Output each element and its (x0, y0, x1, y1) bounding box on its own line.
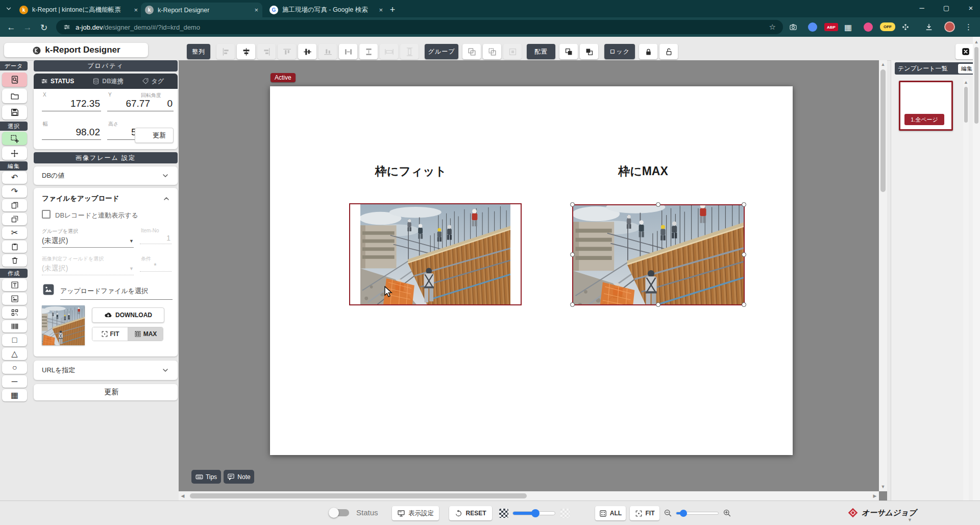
group-select-dropdown[interactable]: (未選択) ▼ (42, 235, 134, 248)
browser-tab-2-active[interactable]: k k-Report Designer × (141, 3, 262, 17)
align-menu-button[interactable]: 整列 (187, 44, 210, 59)
template-panel-scrollbar[interactable]: ▲ (963, 79, 969, 510)
grid-extension-icon[interactable]: ▦ (844, 22, 852, 32)
address-bar[interactable]: a-job.dev/designer_demo/#/?id=krd_demo ☆ (56, 20, 783, 34)
status-toggle-knob[interactable] (329, 508, 339, 518)
report-page[interactable]: 枠にフィット 枠にMAX (270, 86, 793, 455)
window-minimize-button[interactable]: ─ (911, 0, 933, 15)
create-table-button[interactable]: ▦ (2, 389, 27, 401)
ungroup-button[interactable] (483, 44, 501, 59)
distribute-vertical-button[interactable] (359, 44, 378, 59)
tab2-close-icon[interactable]: × (249, 6, 258, 14)
resize-handle-e[interactable] (742, 252, 746, 257)
group-button[interactable] (462, 44, 481, 59)
create-rectangle-button[interactable]: □ (2, 334, 27, 346)
tab1-close-icon[interactable]: × (129, 6, 138, 14)
zoom-slider-track[interactable] (676, 512, 719, 515)
x-input[interactable] (42, 98, 101, 111)
new-tab-button[interactable]: + (386, 3, 399, 16)
duplicate-button[interactable] (2, 213, 27, 225)
scroll-down-icon[interactable]: ▼ (879, 485, 887, 489)
canvas-vertical-scrollbar[interactable]: ▲ ▼ (879, 60, 887, 491)
db-value-section[interactable]: DBの値 (34, 166, 178, 185)
group-menu-button[interactable]: グループ (425, 44, 458, 59)
tab-search-chevron-icon[interactable] (5, 5, 12, 12)
max-option-button-selected[interactable]: MAX (128, 327, 163, 341)
image-frame-max-selected[interactable] (572, 204, 745, 305)
arrange-menu-button[interactable]: 配置 (527, 44, 555, 59)
marquee-select-button[interactable] (2, 132, 27, 145)
copy-button[interactable] (2, 199, 27, 211)
tab-db-link[interactable]: DB連携 (85, 74, 130, 89)
browser-menu-icon[interactable]: ⋮ (965, 22, 972, 32)
create-line-button[interactable]: ─ (2, 375, 27, 388)
browser-tab-1[interactable]: k k-Report | kintoneに高機能帳票 × (15, 3, 142, 17)
lock-menu-button[interactable]: ロック (604, 44, 635, 59)
screenshot-extension-icon[interactable] (789, 23, 797, 31)
design-canvas-area[interactable]: Active 枠にフィット 枠にMAX Tips Note ▲ (179, 60, 887, 500)
image-frame-fit[interactable] (349, 203, 522, 305)
align-bottom-button[interactable] (318, 44, 337, 59)
create-qr-button[interactable] (2, 306, 27, 319)
distribute-horizontal-button[interactable] (339, 44, 357, 59)
browser-back-icon[interactable]: ← (4, 22, 18, 33)
resize-handle-n[interactable] (656, 202, 660, 207)
tips-button[interactable]: Tips (191, 470, 221, 484)
zoom-in-icon[interactable] (723, 509, 731, 517)
align-center-vertical-button[interactable] (237, 44, 255, 59)
page-scroll-up-icon[interactable]: ▲ (973, 40, 980, 44)
align-center-horizontal-button[interactable] (298, 44, 316, 59)
note-button[interactable]: Note (224, 470, 254, 484)
adblock-extension-icon[interactable]: ABP (824, 23, 838, 31)
pink-extension-icon[interactable] (864, 22, 873, 32)
download-button[interactable]: DOWNLOAD (92, 307, 164, 323)
match-width-button[interactable] (380, 44, 398, 59)
uploaded-thumbnail[interactable] (42, 305, 85, 345)
upload-image-button[interactable] (42, 283, 55, 296)
template-scroll-thumb[interactable] (964, 87, 968, 123)
create-image-frame-button[interactable] (2, 293, 27, 305)
vertical-scroll-thumb[interactable] (880, 69, 886, 192)
browser-reload-icon[interactable]: ↻ (37, 22, 51, 33)
window-maximize-button[interactable]: ▢ (935, 0, 958, 15)
scroll-right-icon[interactable]: ▶ (872, 494, 878, 498)
page-scrollbar[interactable]: ▲ ▼ (973, 37, 980, 525)
extensions-puzzle-icon[interactable] (901, 23, 910, 31)
create-triangle-button[interactable]: △ (2, 348, 27, 360)
link-db-checkbox[interactable] (42, 210, 51, 219)
redo-button[interactable]: ↷ (2, 185, 27, 198)
align-top-button[interactable] (278, 44, 296, 59)
zoom-out-icon[interactable] (664, 509, 672, 517)
save-file-button[interactable] (2, 105, 27, 120)
resize-handle-s[interactable] (656, 302, 660, 307)
size-update-button[interactable]: 更新 (135, 128, 174, 143)
caption-fit-text-object[interactable]: 枠にフィット (357, 163, 464, 179)
horizontal-scroll-thumb[interactable] (190, 493, 527, 498)
paste-button[interactable] (2, 241, 27, 253)
resize-handle-se[interactable] (742, 302, 746, 307)
resize-handle-w[interactable] (570, 252, 575, 257)
grid-opacity-slider-track[interactable] (512, 511, 555, 515)
resize-handle-ne[interactable] (742, 202, 746, 207)
resize-handle-nw[interactable] (570, 202, 575, 207)
tab-tag[interactable]: タグ (135, 74, 172, 89)
reset-button[interactable]: RESET (449, 506, 492, 520)
site-controls-icon[interactable] (63, 23, 70, 31)
fit-option-button[interactable]: FIT (92, 327, 128, 341)
fit-view-button[interactable]: FIT (630, 506, 659, 520)
upload-section-toggle[interactable]: ファイルをアップロード (42, 194, 170, 203)
tab3-close-icon[interactable]: × (374, 6, 383, 14)
frame-group-button[interactable] (503, 44, 522, 59)
align-left-button[interactable] (216, 44, 235, 59)
tab-status[interactable]: STATUS (34, 74, 81, 89)
browser-forward-icon[interactable]: → (20, 22, 35, 33)
create-text-frame-button[interactable] (2, 279, 27, 291)
data-preview-button[interactable] (2, 73, 27, 87)
match-height-button[interactable] (400, 44, 419, 59)
template-scroll-up-icon[interactable]: ▲ (963, 80, 969, 85)
rotation-input[interactable] (141, 98, 174, 111)
create-barcode-button[interactable] (2, 320, 27, 332)
profile-avatar[interactable] (944, 21, 955, 32)
template-thumbnail-page1[interactable]: 1.全ページ (899, 81, 953, 131)
item-no-input[interactable] (140, 234, 172, 244)
